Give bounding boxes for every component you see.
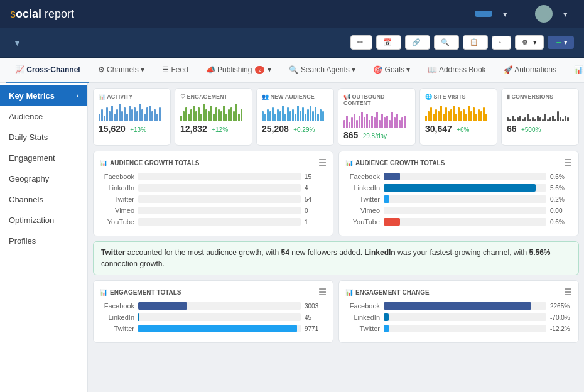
mini-bar — [297, 106, 299, 121]
project-bar: ▾ ✏ 📅 🔗 🔍 📋 ↑ ⚙ ▾ ▾ — [0, 28, 584, 58]
avatar[interactable] — [535, 5, 553, 23]
mini-bar — [200, 114, 202, 121]
top-nav-links: ▾ ▾ — [475, 5, 574, 23]
bar-value: 0 — [305, 207, 327, 214]
date-range-button[interactable]: ▾ — [548, 36, 574, 49]
bar-value: 4 — [305, 185, 327, 192]
engagement-change-menu-icon[interactable]: ☰ — [564, 287, 572, 297]
metric-card-site-visits: 🌐 SITE VISITS 30,647 +6% — [419, 88, 497, 146]
bar-row: Facebook 2265% — [345, 302, 572, 310]
bar-value: -12.2% — [550, 325, 572, 332]
sidebar-item-key-metrics[interactable]: Key Metrics › — [0, 85, 87, 106]
mini-bar — [522, 119, 524, 121]
mini-bar — [180, 116, 182, 121]
mini-bar — [287, 107, 289, 121]
mini-bar — [111, 106, 113, 121]
compose-button[interactable]: ✏ — [350, 35, 372, 50]
sidebar-item-profiles[interactable]: Profiles — [0, 231, 87, 251]
export-button[interactable]: ↑ — [492, 36, 512, 50]
mini-bar — [381, 114, 383, 128]
bar-track — [138, 173, 301, 180]
sidebar-item-channels[interactable]: Channels — [0, 189, 87, 210]
metric-value-row: 30,647 +6% — [425, 124, 492, 134]
sidebar-item-daily-stats[interactable]: Daily Stats — [0, 127, 87, 148]
tab-cross-channel[interactable]: 📈 Cross-Channel — [6, 58, 89, 83]
mini-bar — [238, 114, 240, 121]
projects-link[interactable]: ▾ — [495, 6, 514, 22]
mini-bar — [277, 109, 279, 121]
mini-bar — [188, 114, 190, 121]
mini-bar — [213, 114, 215, 121]
mini-bar — [310, 106, 311, 121]
tab-channels[interactable]: ⚙ Channels ▾ — [89, 58, 153, 83]
bar-fill — [384, 218, 400, 226]
bar-label: Facebook — [345, 302, 380, 310]
mini-bar — [565, 116, 566, 121]
audience-growth-menu-icon[interactable]: ☰ — [318, 158, 327, 168]
metric-value-row: 12,832 +12% — [180, 124, 247, 134]
mini-bar — [549, 117, 551, 121]
mini-bar — [99, 114, 100, 121]
mini-bar — [539, 117, 541, 121]
bar-value: 9771 — [305, 325, 327, 332]
mini-bar — [560, 117, 561, 121]
mini-bars — [262, 102, 328, 121]
project-title[interactable]: ▾ — [10, 36, 19, 49]
audience-growth-totals-card: 📊 AUDIENCE GROWTH TOTALS ☰ Facebook 15 L… — [93, 151, 333, 236]
mini-bar — [346, 116, 348, 128]
tab-feed[interactable]: ☰ Feed — [153, 58, 197, 83]
sidebar-item-geography[interactable]: Geography — [0, 168, 87, 189]
mini-bar — [483, 107, 485, 121]
user-menu[interactable]: ▾ — [555, 6, 574, 22]
engagement-totals-menu-icon[interactable]: ☰ — [318, 287, 327, 297]
mini-bar — [262, 111, 264, 121]
mini-bar — [351, 117, 353, 128]
mini-bar — [295, 114, 296, 121]
mini-bar — [435, 109, 437, 121]
new-search-button[interactable]: 🔍 — [434, 35, 459, 50]
mini-bar — [356, 120, 358, 128]
toolbar-buttons: ✏ 📅 🔗 🔍 📋 ↑ ⚙ ▾ ▾ — [350, 35, 575, 50]
mini-bar — [282, 106, 284, 121]
mini-bar — [279, 111, 281, 121]
tab-publishing[interactable]: 📣 Publishing 2 ▾ — [197, 58, 281, 83]
metric-value: 12,832 — [180, 124, 207, 134]
tab-goals[interactable]: 🎯 Goals ▾ — [364, 58, 419, 83]
mini-bar — [315, 107, 316, 121]
sidebar-item-audience[interactable]: Audience — [0, 106, 87, 127]
sidebar-item-engagement[interactable]: Engagement — [0, 148, 87, 168]
mini-bar — [215, 107, 217, 121]
mini-bar — [302, 107, 304, 121]
support-link[interactable] — [516, 11, 529, 17]
mini-bar — [193, 106, 195, 121]
schedule-report-button[interactable]: 📋 — [463, 35, 488, 50]
calendar-button[interactable]: 📅 — [376, 35, 401, 50]
home-button[interactable] — [475, 11, 492, 17]
mini-bar — [190, 109, 192, 121]
mini-bar — [300, 111, 301, 121]
metric-card-conversions: ▮ CONVERSIONS 66 +500% — [501, 88, 579, 146]
bar-track — [384, 207, 546, 214]
mini-bar — [124, 107, 126, 121]
mini-bar — [208, 111, 210, 121]
audience-growth-pct-menu-icon[interactable]: ☰ — [564, 158, 572, 168]
mini-bar — [524, 117, 526, 121]
bar-track — [138, 218, 301, 226]
tab-search-agents[interactable]: 🔍 Search Agents ▾ — [280, 58, 364, 83]
mini-bar — [146, 107, 148, 121]
tab-address-book[interactable]: 📖 Address Book — [419, 58, 494, 83]
mini-bar — [185, 107, 187, 121]
settings-button[interactable]: ⚙ ▾ — [515, 35, 544, 50]
metric-card-new-audience: 👥 NEW AUDIENCE 25,208 +0.29% — [256, 88, 334, 146]
metric-card-outbound: 📢 OUTBOUND CONTENT 865 29.8/day — [338, 88, 416, 146]
tab-reports[interactable]: 📊 Reports ▾ — [565, 58, 584, 83]
engagement-totals-title: 📊 ENGAGEMENT TOTALS ☰ — [100, 287, 327, 297]
tab-automations[interactable]: 🚀 Automations — [495, 58, 565, 83]
sidebar: Key Metrics › Audience Daily Stats Engag… — [0, 83, 88, 392]
connect-profiles-button[interactable]: 🔗 — [405, 35, 430, 50]
mini-bar — [542, 119, 544, 121]
mini-bar — [274, 114, 276, 121]
sidebar-item-optimization[interactable]: Optimization — [0, 210, 87, 231]
bar-row: Twitter 0.2% — [345, 195, 572, 203]
bar-value: 54 — [305, 196, 327, 203]
